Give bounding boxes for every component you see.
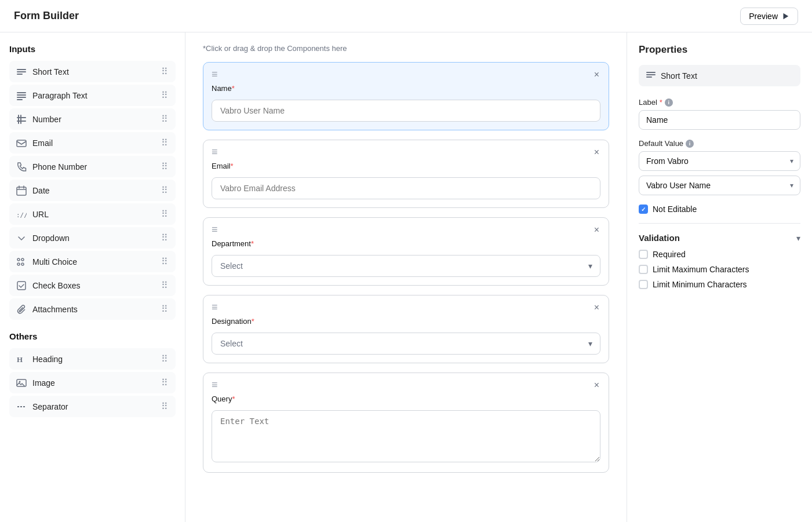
card-drag-handle[interactable]: ≡ — [212, 224, 218, 236]
topbar: Form Builder Preview — [0, 0, 812, 32]
svg-rect-26 — [646, 76, 652, 78]
form-field-input[interactable] — [212, 100, 600, 122]
label-input[interactable] — [639, 110, 800, 130]
form-cards: ≡ × Name* ≡ × Email* ≡ × Department* — [203, 62, 609, 473]
sidebar-item-date[interactable]: Date ⠿ — [9, 180, 176, 201]
validation-title: Validation — [639, 233, 680, 243]
sidebar-item-left: Paragraph Text — [16, 90, 88, 101]
drag-dots-icon: ⠿ — [161, 304, 169, 315]
validation-header[interactable]: Validation ▾ — [639, 233, 800, 243]
validation-row-required: Required — [639, 250, 800, 259]
sidebar-item-short-text[interactable]: Short Text ⠿ — [9, 61, 176, 82]
svg-text:H: H — [17, 355, 23, 364]
sidebar-item-dropdown[interactable]: Dropdown ⠿ — [9, 227, 176, 249]
sidebar-item-left: :// URL — [16, 209, 49, 220]
sidebar-item-left: Date — [16, 185, 50, 196]
sidebar-item-number[interactable]: Number ⠿ — [9, 108, 176, 130]
form-card-query-field[interactable]: ≡ × Query* — [203, 373, 609, 473]
multi-choice-icon — [16, 257, 27, 267]
svg-rect-6 — [17, 97, 26, 98]
sidebar-item-left: Phone Number — [16, 162, 87, 172]
sidebar-item-label: Date — [32, 186, 50, 195]
sidebar-item-label: Attachments — [32, 305, 78, 314]
prop-default-section: Default Value i From Vabro Custom None ▾… — [639, 139, 800, 195]
main-layout: Inputs Short Text ⠿ Paragraph Text ⠿ Num… — [0, 32, 812, 522]
sidebar-item-label: Dropdown — [32, 233, 70, 243]
default-sub-select[interactable]: Vabro User Name Vabro Email Other — [639, 176, 800, 195]
form-field-select[interactable]: Select — [212, 255, 600, 277]
sidebar: Inputs Short Text ⠿ Paragraph Text ⠿ Num… — [0, 32, 185, 522]
url-icon: :// — [16, 209, 27, 220]
sidebar-item-left: Separator — [16, 401, 68, 412]
drag-dots-icon: ⠿ — [161, 137, 169, 148]
separator-icon — [16, 401, 27, 412]
svg-rect-10 — [17, 117, 26, 118]
sidebar-item-label: URL — [32, 210, 49, 219]
others-section: Others H Heading ⠿ Image ⠿ Separator ⠿ — [9, 331, 176, 417]
default-value-select[interactable]: From Vabro Custom None — [639, 151, 800, 171]
form-card-email-field[interactable]: ≡ × Email* — [203, 140, 609, 208]
others-list: H Heading ⠿ Image ⠿ Separator ⠿ — [9, 348, 176, 417]
validation-checkbox-limit-min[interactable] — [639, 280, 648, 289]
sidebar-item-multi-choice[interactable]: Multi Choice ⠿ — [9, 251, 176, 272]
form-select-wrapper: Select ▾ — [212, 333, 600, 355]
drag-dots-icon: ⠿ — [161, 209, 169, 220]
sidebar-item-attachments[interactable]: Attachments ⠿ — [9, 298, 176, 320]
sidebar-item-check-boxes[interactable]: Check Boxes ⠿ — [9, 275, 176, 296]
sidebar-item-left: Number — [16, 114, 61, 125]
validation-checkbox-limit-max[interactable] — [639, 265, 648, 274]
svg-point-17 — [21, 258, 24, 261]
card-close-button[interactable]: × — [593, 224, 600, 236]
svg-rect-12 — [17, 140, 26, 147]
sidebar-item-phone-number[interactable]: Phone Number ⠿ — [9, 156, 176, 177]
required-star: * — [232, 84, 235, 93]
required-star: * — [252, 317, 254, 326]
card-drag-handle[interactable]: ≡ — [212, 301, 218, 313]
svg-rect-7 — [17, 99, 23, 100]
label-info-icon: i — [665, 98, 673, 107]
sidebar-item-heading[interactable]: H Heading ⠿ — [9, 348, 176, 370]
form-field-textarea[interactable] — [212, 410, 600, 462]
properties-title: Properties — [639, 44, 800, 56]
form-field-input[interactable] — [212, 177, 600, 199]
default-value-select-wrapper: From Vabro Custom None ▾ — [639, 151, 800, 171]
drag-dots-icon: ⠿ — [161, 353, 169, 364]
form-card-designation-field[interactable]: ≡ × Designation* Select ▾ — [203, 295, 609, 363]
svg-rect-5 — [17, 94, 26, 96]
form-card-header: ≡ × — [203, 218, 609, 239]
svg-marker-0 — [784, 13, 789, 19]
card-close-button[interactable]: × — [593, 302, 600, 313]
sidebar-item-paragraph-text[interactable]: Paragraph Text ⠿ — [9, 85, 176, 106]
sidebar-item-label: Paragraph Text — [32, 91, 88, 100]
card-drag-handle[interactable]: ≡ — [212, 379, 218, 391]
card-close-button[interactable]: × — [593, 147, 600, 158]
form-card-body — [203, 406, 609, 472]
paragraph-icon — [16, 90, 27, 101]
form-select-wrapper: Select ▾ — [212, 255, 600, 277]
sidebar-item-image[interactable]: Image ⠿ — [9, 372, 176, 393]
number-icon — [16, 114, 27, 125]
validation-label-limit-max: Limit Maximum Characters — [653, 265, 749, 274]
form-card-header: ≡ × — [203, 373, 609, 395]
prop-label-title: Label * i — [639, 98, 800, 107]
sidebar-item-label: Short Text — [32, 67, 69, 76]
form-card-department-field[interactable]: ≡ × Department* Select ▾ — [203, 217, 609, 286]
prop-label-section: Label * i — [639, 98, 800, 130]
not-editable-checkbox[interactable] — [639, 205, 648, 214]
drag-dots-icon: ⠿ — [161, 185, 169, 196]
validation-row-limit-min: Limit Minimum Characters — [639, 280, 800, 289]
validation-checkbox-required[interactable] — [639, 250, 648, 259]
sidebar-item-url[interactable]: :// URL ⠿ — [9, 203, 176, 225]
form-field-select[interactable]: Select — [212, 333, 600, 355]
card-close-button[interactable]: × — [593, 69, 600, 81]
form-card-header: ≡ × — [203, 295, 609, 317]
sidebar-item-email[interactable]: Email ⠿ — [9, 132, 176, 154]
card-drag-handle[interactable]: ≡ — [212, 146, 218, 158]
card-drag-handle[interactable]: ≡ — [212, 68, 218, 81]
form-card-label: Designation* — [203, 317, 609, 328]
sidebar-item-separator[interactable]: Separator ⠿ — [9, 396, 176, 417]
card-close-button[interactable]: × — [593, 379, 600, 391]
form-card-name-field[interactable]: ≡ × Name* — [203, 62, 609, 130]
date-icon — [16, 185, 27, 196]
preview-button[interactable]: Preview — [740, 8, 798, 25]
